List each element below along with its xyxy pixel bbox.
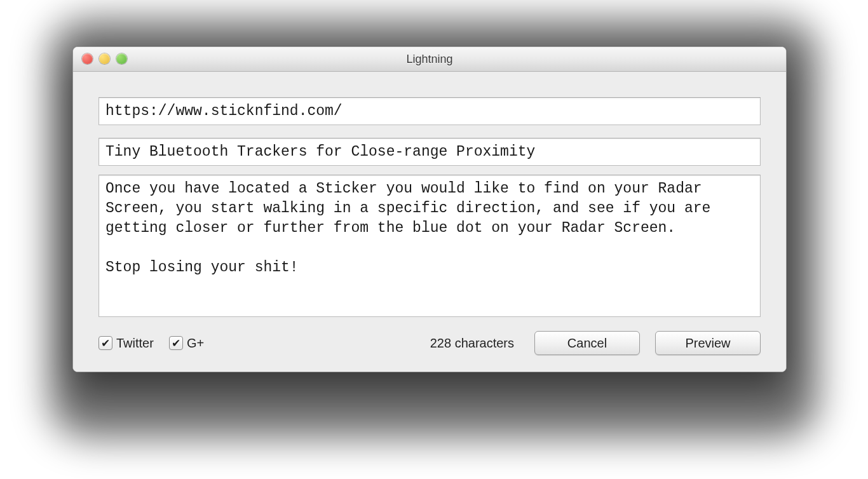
body-textarea[interactable]	[98, 175, 761, 317]
twitter-checkbox-group[interactable]: ✔ Twitter	[98, 336, 154, 351]
zoom-icon[interactable]	[116, 53, 127, 64]
preview-button[interactable]: Preview	[655, 331, 761, 355]
twitter-checkbox[interactable]: ✔	[98, 336, 112, 350]
twitter-label: Twitter	[116, 336, 154, 351]
preview-button-label: Preview	[685, 336, 730, 351]
window-controls	[82, 53, 127, 64]
gplus-checkbox-group[interactable]: ✔ G+	[169, 336, 204, 351]
character-count: 228 characters	[430, 336, 514, 351]
minimize-icon[interactable]	[99, 53, 110, 64]
cancel-button[interactable]: Cancel	[534, 331, 640, 355]
window-body: ✔ Twitter ✔ G+ 228 characters Cancel Pre…	[73, 72, 786, 372]
url-field[interactable]	[98, 97, 761, 125]
window-titlebar[interactable]: Lightning	[73, 47, 786, 72]
title-field[interactable]	[98, 138, 761, 166]
close-icon[interactable]	[82, 53, 93, 64]
footer-bar: ✔ Twitter ✔ G+ 228 characters Cancel Pre…	[98, 331, 761, 355]
cancel-button-label: Cancel	[567, 336, 607, 351]
gplus-label: G+	[187, 336, 204, 351]
app-window: Lightning ✔ Twitter ✔ G+ 228 characters …	[72, 46, 787, 372]
window-title: Lightning	[406, 53, 452, 66]
gplus-checkbox[interactable]: ✔	[169, 336, 183, 350]
